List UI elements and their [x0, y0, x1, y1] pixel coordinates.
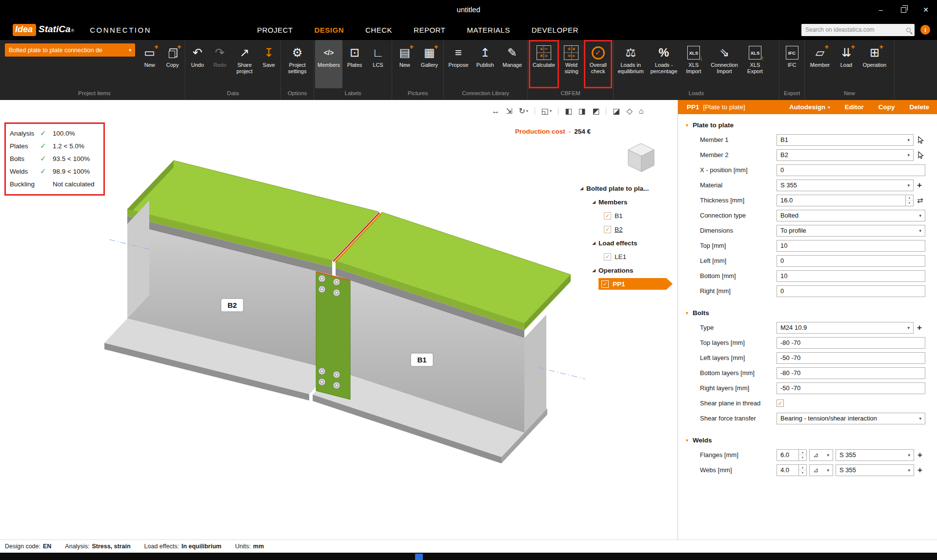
- workplane-icon[interactable]: ◇: [626, 106, 632, 116]
- lcs-toggle[interactable]: ∟ LCS: [367, 40, 389, 88]
- loads-in-equilibrium-toggle[interactable]: ⚖ Loads in equilibrium: [615, 40, 647, 88]
- add-bolt-assembly-button[interactable]: +: [917, 323, 926, 333]
- project-settings-button[interactable]: ⚙ Project settings: [282, 40, 313, 88]
- tree-group-operations[interactable]: ◢ Operations: [577, 263, 677, 277]
- expander-icon[interactable]: ◢: [592, 268, 598, 273]
- calculate-button[interactable]: + − × ÷ Calculate: [529, 40, 559, 88]
- undo-button[interactable]: ↶ Undo: [186, 40, 209, 88]
- close-button[interactable]: ✕: [915, 0, 937, 20]
- top-input[interactable]: [777, 240, 925, 252]
- pick-member-icon[interactable]: [917, 136, 924, 144]
- propose-button[interactable]: ≡ Propose: [445, 40, 472, 88]
- pick-member-icon[interactable]: [917, 151, 924, 159]
- flange-weld-size-spinner[interactable]: ▴▾: [777, 449, 807, 461]
- overall-check-button[interactable]: ✓ Overall check: [584, 40, 612, 88]
- share-project-button[interactable]: ↗ Share project: [231, 40, 259, 88]
- checkbox-checked[interactable]: ✓: [604, 253, 611, 260]
- search-box[interactable]: [801, 24, 915, 36]
- weld-sizing-button[interactable]: + × ≈ ÷ Weld sizing: [559, 40, 584, 88]
- expander-icon[interactable]: ◢: [592, 240, 598, 245]
- checkbox-checked[interactable]: ✓: [604, 212, 611, 220]
- add-weld-material-button[interactable]: +: [917, 450, 926, 460]
- tree-item-pp1[interactable]: ✓ PP1: [577, 277, 677, 291]
- taskbar-peek[interactable]: [415, 554, 423, 560]
- autodesign-dropdown[interactable]: Autodesign▾: [789, 103, 830, 111]
- bottom-layers-input[interactable]: [777, 367, 925, 379]
- tree-item-le1[interactable]: ✓ LE1: [577, 250, 677, 263]
- bottom-input[interactable]: [777, 270, 925, 282]
- tab-check[interactable]: CHECK: [365, 26, 392, 34]
- beam-b1[interactable]: [313, 212, 571, 463]
- top-layers-input[interactable]: [777, 337, 925, 349]
- tab-materials[interactable]: MATERIALS: [467, 26, 510, 34]
- add-material-button[interactable]: +: [917, 180, 926, 190]
- loads-percentage-toggle[interactable]: % Loads - percentage: [647, 40, 681, 88]
- connection-type-select[interactable]: Bolted ▾: [777, 210, 925, 221]
- dimensions-select[interactable]: To profile ▾: [777, 225, 925, 237]
- tree-item-b2[interactable]: ✓ B2: [577, 222, 677, 236]
- spinner-arrows[interactable]: ▴▾: [905, 195, 913, 206]
- ifc-export-button[interactable]: IFC IFC: [780, 40, 803, 88]
- copy-project-item-button[interactable]: + Copy: [161, 40, 184, 88]
- left-input[interactable]: [777, 255, 925, 267]
- gallery-button[interactable]: ▦+ Gallery: [417, 40, 442, 88]
- view-side-icon[interactable]: ◨: [578, 106, 586, 116]
- thickness-spinner[interactable]: ▴▾: [777, 195, 914, 206]
- info-icon[interactable]: i: [920, 25, 930, 35]
- tab-project[interactable]: PROJECT: [257, 26, 293, 34]
- measure-tool-icon[interactable]: ↔: [492, 107, 499, 116]
- add-weld-material-button[interactable]: +: [917, 465, 926, 475]
- publish-button[interactable]: ↥ Publish: [472, 40, 498, 88]
- 3d-viewport[interactable]: B2 B1 ↔ ⇲ ↻▾ ◱▾ ◧ ◨ ◩ ◪: [0, 100, 678, 540]
- new-picture-button[interactable]: ▤+ New: [393, 40, 417, 88]
- right-layers-input[interactable]: [777, 382, 925, 394]
- xls-export-button[interactable]: XLS↑ XLS Export: [742, 40, 768, 88]
- tab-report[interactable]: REPORT: [414, 26, 445, 34]
- shear-plane-checkbox[interactable]: ✓: [777, 400, 784, 407]
- checkbox-checked[interactable]: ✓: [604, 226, 611, 233]
- home-view-icon[interactable]: ⌂: [639, 107, 644, 116]
- minimize-button[interactable]: –: [870, 0, 892, 20]
- section-plate-to-plate[interactable]: ▾ Plate to plate: [678, 118, 937, 132]
- expander-icon[interactable]: ◢: [592, 200, 598, 204]
- copy-operation-button[interactable]: Copy: [878, 103, 895, 111]
- web-weld-size-spinner[interactable]: ▴▾: [777, 464, 807, 476]
- web-weld-type-select[interactable]: ⊿ ▾: [809, 464, 833, 476]
- zoom-fit-icon[interactable]: ⇲: [506, 106, 512, 116]
- plates-labels-toggle[interactable]: ⊡ Plates: [342, 40, 367, 88]
- new-operation-button[interactable]: ⊞+ Operation: [858, 40, 891, 88]
- swap-thickness-icon[interactable]: ⇄: [917, 196, 923, 205]
- left-layers-input[interactable]: [777, 352, 925, 364]
- rotate-view-icon[interactable]: ↻▾: [518, 106, 528, 116]
- delete-operation-button[interactable]: Delete: [909, 103, 929, 111]
- search-input[interactable]: [805, 26, 904, 33]
- new-member-button[interactable]: ▱+ Member: [806, 40, 834, 88]
- view-top-icon[interactable]: ◩: [592, 106, 599, 116]
- editor-button[interactable]: Editor: [845, 103, 864, 111]
- spinner-arrows[interactable]: ▴▾: [798, 465, 806, 476]
- section-bolts[interactable]: ▾ Bolts: [678, 305, 937, 320]
- save-button[interactable]: ↧ Save: [258, 40, 279, 88]
- flange-weld-material-select[interactable]: S 355 ▾: [836, 449, 914, 461]
- bolt-type-select[interactable]: M24 10.9 ▾: [777, 322, 914, 334]
- right-input[interactable]: [777, 285, 925, 297]
- view-iso-icon[interactable]: ◪: [613, 106, 620, 116]
- shear-transfer-select[interactable]: Bearing - tension/shear interaction ▾: [777, 413, 925, 424]
- tree-root[interactable]: ◢ Bolted plate to pla...: [577, 181, 677, 195]
- spinner-arrows[interactable]: ▴▾: [798, 450, 806, 460]
- section-clip-icon[interactable]: ◱▾: [541, 106, 552, 116]
- material-select[interactable]: S 355 ▾: [777, 180, 914, 191]
- tab-developer[interactable]: DEVELOPER: [532, 26, 578, 34]
- expander-icon[interactable]: ◢: [580, 186, 586, 191]
- tree-group-members[interactable]: ◢ Members: [577, 195, 677, 209]
- web-weld-material-select[interactable]: S 355 ▾: [836, 464, 914, 476]
- new-project-item-button[interactable]: ▭+ New: [138, 40, 161, 88]
- checkbox-checked[interactable]: ✓: [601, 280, 609, 288]
- project-items-dropdown[interactable]: Bolted plate to plate connection de ▾: [5, 43, 135, 57]
- xls-import-button[interactable]: XLS↓ XLS Import: [681, 40, 706, 88]
- flange-weld-type-select[interactable]: ⊿ ▾: [809, 449, 833, 461]
- tree-group-load-effects[interactable]: ◢ Load effects: [577, 236, 677, 250]
- section-welds[interactable]: ▾ Welds: [678, 433, 937, 447]
- tab-design[interactable]: DESIGN: [315, 26, 344, 34]
- pp1-selected-banner[interactable]: ✓ PP1: [598, 278, 673, 290]
